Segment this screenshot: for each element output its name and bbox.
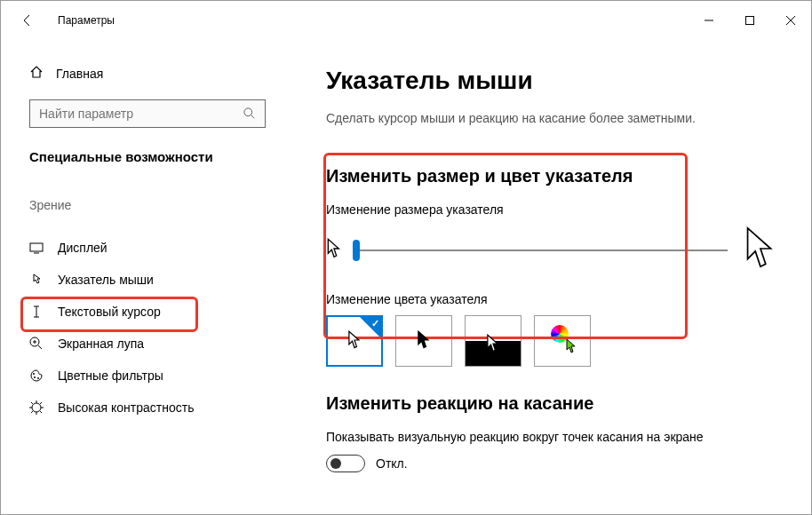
pointer-icon <box>29 273 44 287</box>
window-controls <box>689 6 811 35</box>
svg-point-16 <box>34 376 36 378</box>
svg-line-5 <box>251 115 255 119</box>
annotation-highlight-content <box>323 153 688 339</box>
maximize-button[interactable] <box>729 6 770 35</box>
window-title: Параметры <box>58 14 115 27</box>
toggle-state-label: Откл. <box>376 456 408 471</box>
titlebar: Параметры <box>1 1 811 40</box>
svg-line-12 <box>38 345 42 349</box>
minimize-button[interactable] <box>689 6 729 35</box>
sidebar: Главная Специальные возможности Зрение Д… <box>1 40 294 515</box>
home-nav-item[interactable]: Главная <box>1 59 294 87</box>
page-title: Указатель мыши <box>326 67 779 95</box>
nav-label: Высокая контрастность <box>58 400 194 415</box>
cursor-large-icon <box>742 226 779 274</box>
home-icon <box>29 65 44 82</box>
home-label: Главная <box>56 67 103 81</box>
touch-desc: Показывать визуальную реакцию вокруг точ… <box>326 430 779 444</box>
search-input[interactable] <box>39 107 243 121</box>
cursor-custom-icon <box>565 338 577 357</box>
sidebar-item-color-filters[interactable]: Цветные фильтры <box>1 360 294 392</box>
nav-label: Цветные фильтры <box>58 368 163 383</box>
svg-point-4 <box>244 108 252 116</box>
sidebar-heading: Специальные возможности <box>1 149 294 164</box>
search-icon <box>243 107 256 120</box>
magnifier-icon <box>29 337 44 351</box>
nav-label: Дисплей <box>58 241 107 255</box>
svg-rect-6 <box>30 243 43 251</box>
toggle-knob <box>330 458 341 469</box>
close-button[interactable] <box>770 6 811 35</box>
svg-point-18 <box>32 403 41 412</box>
svg-point-15 <box>33 373 35 375</box>
touch-feedback-toggle[interactable] <box>326 455 365 472</box>
page-subtitle: Сделать курсор мыши и реакцию на касание… <box>326 111 779 125</box>
sidebar-group-label: Зрение <box>1 198 294 212</box>
svg-line-26 <box>31 411 33 413</box>
section-touch-heading: Изменить реакцию на касание <box>326 393 779 414</box>
cursor-black-icon <box>417 330 431 353</box>
search-box[interactable] <box>29 99 266 128</box>
svg-line-25 <box>40 402 42 404</box>
display-icon <box>29 241 44 255</box>
sidebar-item-magnifier[interactable]: Экранная лупа <box>1 328 294 360</box>
back-button[interactable] <box>19 12 36 29</box>
svg-point-17 <box>37 377 39 379</box>
nav-label: Экранная лупа <box>58 337 144 351</box>
palette-icon <box>29 368 44 383</box>
contrast-icon <box>29 400 44 415</box>
sidebar-item-pointer[interactable]: Указатель мыши <box>1 264 294 296</box>
cursor-inverted-icon <box>486 334 500 356</box>
sidebar-item-high-contrast[interactable]: Высокая контрастность <box>1 392 294 424</box>
annotation-highlight-sidebar <box>20 297 198 332</box>
sidebar-item-display[interactable]: Дисплей <box>1 232 294 264</box>
svg-rect-1 <box>746 17 754 25</box>
cursor-white-icon <box>347 330 362 353</box>
nav-label: Указатель мыши <box>58 273 154 287</box>
svg-line-24 <box>40 411 42 413</box>
svg-line-23 <box>31 402 33 404</box>
